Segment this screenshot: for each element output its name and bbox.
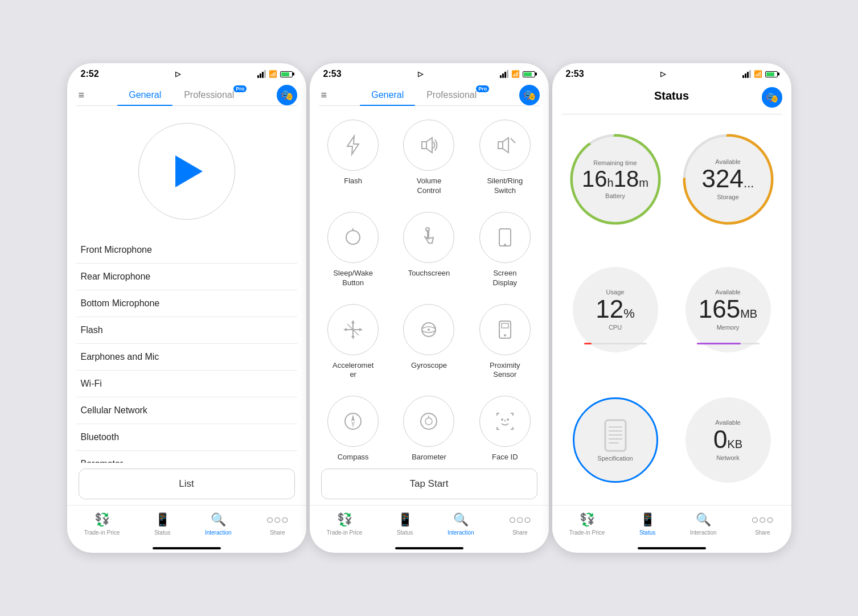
avatar-1[interactable]: 🎭 [277, 85, 297, 105]
spec-label: Specification [597, 455, 633, 462]
bottom-share-1[interactable]: ○○○ Share [261, 510, 293, 538]
sensor-volume[interactable]: VolumeControl [391, 112, 467, 204]
home-indicator-2 [395, 547, 463, 549]
status-icons-2: 📶 [500, 70, 535, 78]
bottom-bar-1: 💱 Trade-in Price 📱 Status 🔍 Interaction … [67, 505, 306, 547]
svg-rect-3 [498, 142, 503, 149]
cpu-progress [584, 343, 647, 344]
tab-professional-1[interactable]: Professional Pro [173, 85, 245, 105]
specification-container: Specification [564, 379, 667, 500]
gyroscope-label: Gyroscope [411, 361, 447, 371]
bottom-trade-in-3[interactable]: 💱 Trade-in Price [565, 510, 609, 538]
list-item[interactable]: Earphones and Mic [76, 344, 297, 371]
sensor-accelerometer[interactable]: Accelerometer [315, 296, 391, 388]
battery-label-bottom: Battery [605, 192, 625, 199]
volume-label: VolumeControl [417, 176, 441, 196]
sensor-circle-accel [327, 304, 379, 355]
status-bar-1: 2:52 ▷ 📶 [67, 63, 306, 83]
time-1: 2:52 [81, 69, 99, 79]
sensor-barometer[interactable]: Barometer [391, 388, 467, 463]
list-item[interactable]: Barometer [76, 451, 297, 463]
time-2: 2:53 [323, 69, 342, 79]
status-icons-1: 📶 [257, 70, 293, 78]
battery-label-top: Remaining time [593, 159, 637, 166]
bottom-status-1[interactable]: 📱 Status [150, 510, 175, 538]
gyroscope-icon [417, 318, 440, 341]
tab-professional-2[interactable]: Professional Pro [415, 85, 488, 105]
bottom-share-3[interactable]: ○○○ Share [746, 510, 778, 538]
sensor-circle-compass [327, 396, 379, 447]
sensor-ring[interactable]: Silent/RingSwitch [467, 112, 543, 204]
svg-point-31 [501, 418, 503, 421]
battery-container: Remaining time 16 h 18 m Battery [564, 119, 667, 240]
network-label-top: Available [715, 419, 740, 426]
menu-icon[interactable]: ≡ [76, 87, 87, 104]
sensor-flash[interactable]: Flash [315, 112, 391, 204]
bottom-interaction-1[interactable]: 🔍 Interaction [200, 510, 236, 538]
tap-start-button[interactable]: Tap Start [321, 469, 537, 499]
sensor-compass[interactable]: Compass [315, 388, 391, 463]
cpu-circle: Usage 12 % CPU [573, 267, 658, 352]
tab-general-2[interactable]: General [360, 85, 415, 105]
storage-dots: ... [744, 176, 754, 191]
sensor-circle-ring [479, 120, 531, 171]
sensor-circle-gyro [403, 304, 454, 355]
list-item[interactable]: Bottom Microphone [76, 290, 297, 317]
battery-value: 16 [582, 167, 607, 190]
trade-in-icon-2: 💱 [337, 512, 352, 527]
proximity-icon [494, 318, 516, 341]
list-item[interactable]: Cellular Network [76, 397, 297, 424]
memory-unit: MB [740, 307, 757, 321]
sensor-circle-volume [403, 120, 454, 171]
bottom-interaction-2[interactable]: 🔍 Interaction [443, 510, 479, 538]
screen-status: 2:53 ▷ 📶 Status 🎭 [552, 63, 791, 553]
sensor-touchscreen[interactable]: Touchscreen [391, 204, 467, 296]
list-item[interactable]: Wi-Fi [76, 371, 297, 397]
network-container: Available 0 KB Network [676, 379, 780, 500]
list-items: Front Microphone Rear Microphone Bottom … [67, 237, 306, 463]
bottom-trade-in-1[interactable]: 💱 Trade-in Price [80, 510, 124, 538]
play-circle[interactable] [138, 123, 235, 220]
nav-tabs-1: General Professional Pro [87, 85, 276, 105]
share-icon-2: ○○○ [508, 512, 531, 527]
menu-icon-2[interactable]: ≡ [319, 87, 330, 104]
sensor-gyroscope[interactable]: Gyroscope [391, 296, 467, 388]
battery-icon-2 [523, 71, 535, 77]
wifi-icon: 📶 [269, 70, 277, 78]
bottom-share-2[interactable]: ○○○ Share [504, 510, 536, 538]
status-icon-3: 📱 [640, 512, 655, 527]
list-item[interactable]: Flash [76, 317, 297, 344]
svg-marker-27 [351, 421, 355, 428]
trade-in-label: Trade-in Price [84, 529, 120, 536]
touchscreen-label: Touchscreen [408, 269, 450, 278]
svg-rect-23 [502, 323, 508, 328]
list-item[interactable]: Rear Microphone [76, 264, 297, 290]
specification-circle[interactable]: Specification [573, 397, 658, 483]
interaction-label-2: Interaction [448, 529, 474, 536]
share-label-3: Share [755, 529, 770, 536]
tab-general-1[interactable]: General [117, 85, 173, 105]
list-item[interactable]: Bluetooth [76, 424, 297, 451]
trade-in-label-2: Trade-in Price [327, 529, 362, 536]
avatar-3[interactable]: 🎭 [762, 87, 782, 108]
bottom-status-3[interactable]: 📱 Status [635, 510, 660, 538]
list-item[interactable]: Front Microphone [76, 237, 297, 264]
sensor-screen-display[interactable]: ScreenDisplay [467, 204, 543, 296]
accelerometer-icon [340, 317, 366, 342]
svg-point-21 [428, 328, 430, 331]
bottom-interaction-3[interactable]: 🔍 Interaction [685, 510, 721, 538]
sensor-face-id[interactable]: Face ID [467, 388, 543, 463]
sensor-proximity[interactable]: ProximitySensor [467, 296, 543, 388]
memory-container: Available 165 MB Memory [676, 249, 780, 371]
list-button[interactable]: List [79, 469, 295, 499]
sensor-sleep[interactable]: Sleep/WakeButton [315, 204, 391, 296]
status-icon-2: 📱 [397, 512, 413, 527]
bottom-bar-3: 💱 Trade-in Price 📱 Status 🔍 Interaction … [552, 505, 791, 547]
avatar-2[interactable]: 🎭 [519, 85, 540, 105]
signal-icon [257, 70, 266, 78]
bottom-status-2[interactable]: 📱 Status [392, 510, 417, 538]
bottom-trade-in-2[interactable]: 💱 Trade-in Price [322, 510, 367, 538]
ring-switch-icon [494, 134, 516, 157]
sensor-circle-touchscreen [403, 212, 454, 263]
svg-rect-10 [499, 229, 511, 246]
